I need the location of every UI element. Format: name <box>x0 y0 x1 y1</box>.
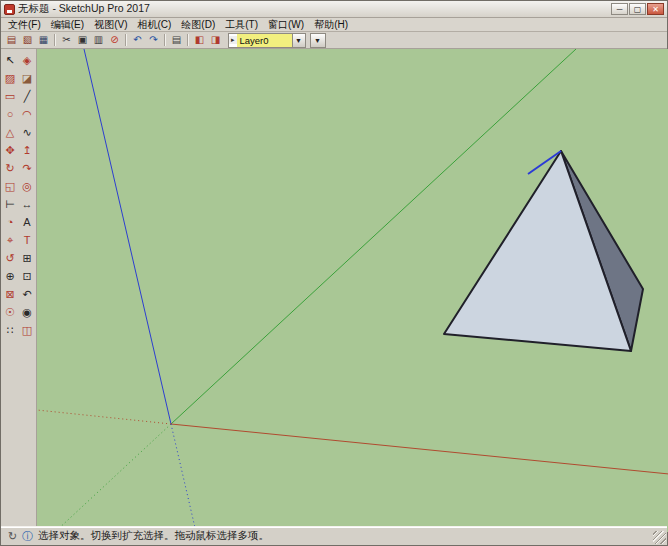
layer-combo-value[interactable]: Layer0 <box>237 34 292 47</box>
materials-button[interactable]: ◨ <box>208 33 223 47</box>
zoom-extents-tool[interactable]: ⊠ <box>2 286 19 303</box>
save-button[interactable]: ▦ <box>36 33 51 47</box>
minimize-button[interactable]: ─ <box>611 3 628 15</box>
text-tool[interactable]: A <box>19 214 36 231</box>
main-area: ↖◈▨◪▭╱○◠△∿✥↥↻↷◱◎⊢↔◔A⌖T↺⊞⊕⊡⊠↶☉◉∷◫ <box>1 49 667 526</box>
menu-help[interactable]: 帮助(H) <box>309 18 353 31</box>
print-button[interactable]: ▤ <box>169 33 184 47</box>
open-button[interactable]: ▧ <box>20 33 35 47</box>
walk-tool[interactable]: ∷ <box>2 322 19 339</box>
geolocation-status-icon[interactable]: ↻ <box>6 530 19 543</box>
layer-combo[interactable]: ▸ Layer0 ▼ <box>228 33 306 48</box>
previous-view-tool[interactable]: ↶ <box>19 286 36 303</box>
copy-button[interactable]: ▣ <box>75 33 90 47</box>
arc-tool[interactable]: ◠ <box>19 106 36 123</box>
rotate-tool[interactable]: ↻ <box>2 160 19 177</box>
menu-window[interactable]: 窗口(W) <box>263 18 309 31</box>
menu-camera[interactable]: 相机(C) <box>132 18 176 31</box>
viewport-canvas[interactable] <box>37 49 668 532</box>
position-camera-tool[interactable]: ☉ <box>2 304 19 321</box>
resize-grip[interactable] <box>653 531 666 544</box>
viewport[interactable] <box>37 49 667 526</box>
toolbar-buttons: ▤▧▦✂▣▥⊘↶↷▤◧◨ <box>4 33 223 47</box>
app-icon <box>4 4 15 15</box>
window-controls: ─ ▢ ✕ <box>611 3 664 15</box>
menu-file[interactable]: 文件(F) <box>3 18 46 31</box>
orbit-tool[interactable]: ↺ <box>2 250 19 267</box>
line-tool[interactable]: ╱ <box>19 88 36 105</box>
freehand-tool[interactable]: ∿ <box>19 124 36 141</box>
model-info-button[interactable]: ◧ <box>192 33 207 47</box>
paint-bucket-tool[interactable]: ▨ <box>2 70 19 87</box>
make-component-tool[interactable]: ◈ <box>19 52 36 69</box>
toolbar: ▤▧▦✂▣▥⊘↶↷▤◧◨ ▸ Layer0 ▼ ▼ <box>1 32 667 49</box>
follow-me-tool[interactable]: ↷ <box>19 160 36 177</box>
3d-text-tool[interactable]: T <box>19 232 36 249</box>
tape-measure-tool[interactable]: ⊢ <box>2 196 19 213</box>
menubar: 文件(F)编辑(E)视图(V)相机(C)绘图(D)工具(T)窗口(W)帮助(H) <box>1 18 667 32</box>
titlebar: 无标题 - SketchUp Pro 2017 ─ ▢ ✕ <box>1 1 667 18</box>
push-pull-tool[interactable]: ↥ <box>19 142 36 159</box>
toolbar-separator <box>125 34 127 46</box>
menu-edit[interactable]: 编辑(E) <box>46 18 89 31</box>
scale-tool[interactable]: ◱ <box>2 178 19 195</box>
zoom-tool[interactable]: ⊕ <box>2 268 19 285</box>
window-title: 无标题 - SketchUp Pro 2017 <box>18 2 150 16</box>
dimension-tool[interactable]: ↔ <box>19 196 36 213</box>
sketchup-window: 无标题 - SketchUp Pro 2017 ─ ▢ ✕ 文件(F)编辑(E)… <box>0 0 668 546</box>
zoom-window-tool[interactable]: ⊡ <box>19 268 36 285</box>
undo-button[interactable]: ↶ <box>130 33 145 47</box>
move-tool[interactable]: ✥ <box>2 142 19 159</box>
eraser-tool[interactable]: ◪ <box>19 70 36 87</box>
cut-button[interactable]: ✂ <box>59 33 74 47</box>
statusbar-icons: ↻ⓘ <box>6 530 34 543</box>
axes-tool[interactable]: ⌖ <box>2 232 19 249</box>
status-text: 选择对象。切换到扩充选择。拖动鼠标选择多项。 <box>38 529 269 543</box>
rectangle-tool[interactable]: ▭ <box>2 88 19 105</box>
section-plane-tool[interactable]: ◫ <box>19 322 36 339</box>
offset-tool[interactable]: ◎ <box>19 178 36 195</box>
select-tool[interactable]: ↖ <box>2 52 19 69</box>
close-button[interactable]: ✕ <box>647 3 664 15</box>
pan-tool[interactable]: ⊞ <box>19 250 36 267</box>
layer-combo-marker: ▸ <box>229 36 237 44</box>
left-toolbar: ↖◈▨◪▭╱○◠△∿✥↥↻↷◱◎⊢↔◔A⌖T↺⊞⊕⊡⊠↶☉◉∷◫ <box>1 49 37 526</box>
paste-button[interactable]: ▥ <box>91 33 106 47</box>
circle-tool[interactable]: ○ <box>2 106 19 123</box>
protractor-tool[interactable]: ◔ <box>2 214 19 231</box>
layer-manager-dropdown-button[interactable]: ▼ <box>310 33 326 48</box>
polygon-tool[interactable]: △ <box>2 124 19 141</box>
redo-button[interactable]: ↷ <box>146 33 161 47</box>
toolbar-separator <box>54 34 56 46</box>
menu-view[interactable]: 视图(V) <box>89 18 132 31</box>
look-around-tool[interactable]: ◉ <box>19 304 36 321</box>
maximize-button[interactable]: ▢ <box>629 3 646 15</box>
erase-button[interactable]: ⊘ <box>107 33 122 47</box>
menu-draw[interactable]: 绘图(D) <box>176 18 220 31</box>
credits-status-icon[interactable]: ⓘ <box>21 530 34 543</box>
toolbar-separator <box>187 34 189 46</box>
new-button[interactable]: ▤ <box>4 33 19 47</box>
toolbar-separator <box>164 34 166 46</box>
statusbar: ↻ⓘ 选择对象。切换到扩充选择。拖动鼠标选择多项。 <box>1 526 667 545</box>
menu-tools[interactable]: 工具(T) <box>220 18 263 31</box>
layer-combo-arrow-icon[interactable]: ▼ <box>292 34 305 47</box>
